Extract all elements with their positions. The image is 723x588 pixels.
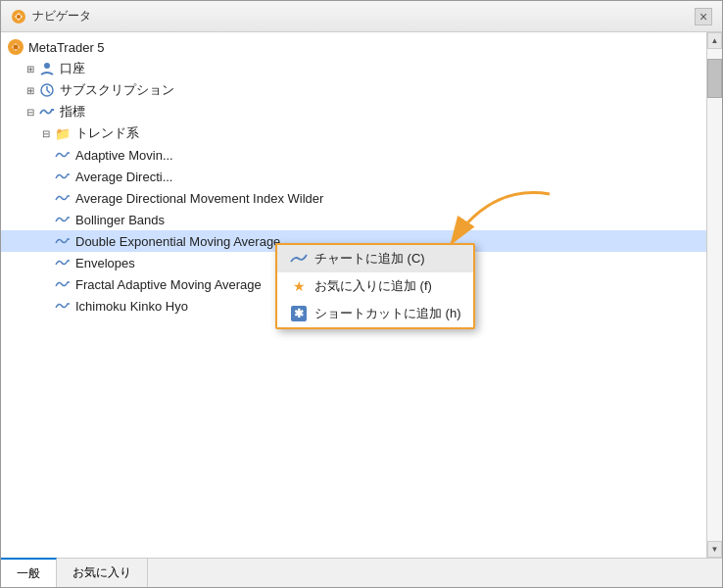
tab-favorites[interactable]: お気に入り (57, 559, 148, 587)
tab-general[interactable]: 一般 (1, 558, 57, 587)
context-menu: チャートに追加 (C) ★ お気に入りに追加 (f) ✱ ショートカットに追加 (275, 243, 475, 329)
tree-item-avgdirwilder[interactable]: Average Directional Movement Index Wilde… (1, 187, 706, 209)
tree-label-subscription: サブスクリプション (60, 81, 174, 99)
tree-label-adaptive: Adaptive Movin... (75, 148, 173, 163)
tree-item-indicators[interactable]: ⊟ 指標 (1, 101, 706, 122)
tree-panel: MetaTrader 5 ⊞ 口座 ⊞ (1, 32, 706, 558)
tree-label-account: 口座 (60, 60, 85, 77)
expand-subscription-icon: ⊞ (23, 82, 38, 98)
context-menu-add-chart-label: チャートに追加 (C) (314, 250, 425, 268)
scrollbar-down-button[interactable]: ▼ (707, 541, 722, 558)
close-button[interactable]: × (695, 8, 712, 25)
indicators-icon (38, 103, 56, 121)
expand-indicators-icon: ⊟ (23, 104, 38, 120)
svg-point-4 (44, 63, 50, 69)
adaptive-icon (54, 146, 72, 164)
context-menu-add-favorite[interactable]: ★ お気に入りに追加 (f) (277, 272, 473, 300)
tree-label-avgdir: Average Directi... (75, 170, 172, 184)
tab-favorites-label: お気に入り (72, 564, 131, 581)
line-chart-icon (289, 249, 309, 269)
scrollbar-thumb[interactable] (707, 59, 722, 98)
star-icon: ★ (289, 276, 309, 296)
avgdirwilder-icon (54, 189, 72, 207)
mt5-logo-icon (11, 9, 26, 24)
context-menu-add-shortcut[interactable]: ✱ ショートカットに追加 (h) (277, 300, 473, 327)
scrollbar-track (707, 49, 722, 541)
tree-label-fractal: Fractal Adaptive Moving Average (75, 277, 262, 292)
subscription-icon (38, 81, 56, 99)
bottom-tabs: 一般 お気に入り (1, 558, 722, 587)
context-menu-add-chart[interactable]: チャートに追加 (C) (277, 245, 473, 272)
dema-icon (54, 232, 72, 250)
tree-label-dema: Double Exponential Moving Average (75, 234, 280, 249)
tree-label-metatrader5: MetaTrader 5 (28, 40, 105, 55)
title-bar-left: ナビゲータ (11, 8, 91, 24)
tree-item-bollinger[interactable]: Bollinger Bands (1, 209, 706, 230)
svg-point-3 (14, 45, 19, 50)
asterisk-icon: ✱ (289, 304, 309, 323)
tree-label-ichimoku: Ichimoku Kinko Hyo (75, 299, 188, 314)
account-icon (38, 60, 56, 77)
scrollbar[interactable]: ▲ ▼ (706, 32, 722, 558)
svg-point-1 (17, 15, 21, 19)
tree-item-trend[interactable]: ⊟ 📁 トレンド系 (1, 122, 706, 144)
bollinger-icon (54, 211, 72, 228)
svg-text:✱: ✱ (294, 307, 304, 320)
tree-label-indicators: 指標 (60, 103, 85, 121)
content-area: MetaTrader 5 ⊞ 口座 ⊞ (1, 32, 722, 558)
tree-item-subscription[interactable]: ⊞ サブスクリプション (1, 79, 706, 101)
fractal-icon (54, 275, 72, 293)
scrollbar-up-button[interactable]: ▲ (707, 32, 722, 49)
context-menu-add-favorite-label: お気に入りに追加 (f) (314, 277, 432, 295)
window-title: ナビゲータ (32, 8, 91, 24)
title-bar: ナビゲータ × (1, 1, 722, 32)
ichimoku-icon (54, 297, 72, 315)
tree-item-adaptive[interactable]: Adaptive Movin... (1, 144, 706, 166)
mt5-node-icon (7, 38, 24, 56)
expand-account-icon: ⊞ (23, 61, 38, 76)
navigator-window: ナビゲータ × MetaTrader 5 ⊞ (0, 0, 723, 588)
tree-label-bollinger: Bollinger Bands (75, 213, 165, 227)
avgdir-icon (54, 168, 72, 185)
tree-label-avgdirwilder: Average Directional Movement Index Wilde… (75, 191, 323, 206)
tree-item-account[interactable]: ⊞ 口座 (1, 58, 706, 79)
tree-item-avgdir[interactable]: Average Directi... (1, 166, 706, 187)
expand-trend-icon: ⊟ (38, 125, 54, 141)
folder-icon: 📁 (54, 124, 72, 142)
context-menu-add-shortcut-label: ショートカットに追加 (h) (314, 305, 461, 322)
tab-general-label: 一般 (17, 565, 40, 582)
tree-label-envelopes: Envelopes (75, 256, 135, 270)
envelopes-icon (54, 254, 72, 271)
tree-item-metatrader5[interactable]: MetaTrader 5 (1, 36, 706, 58)
tree-label-trend: トレンド系 (75, 124, 139, 142)
